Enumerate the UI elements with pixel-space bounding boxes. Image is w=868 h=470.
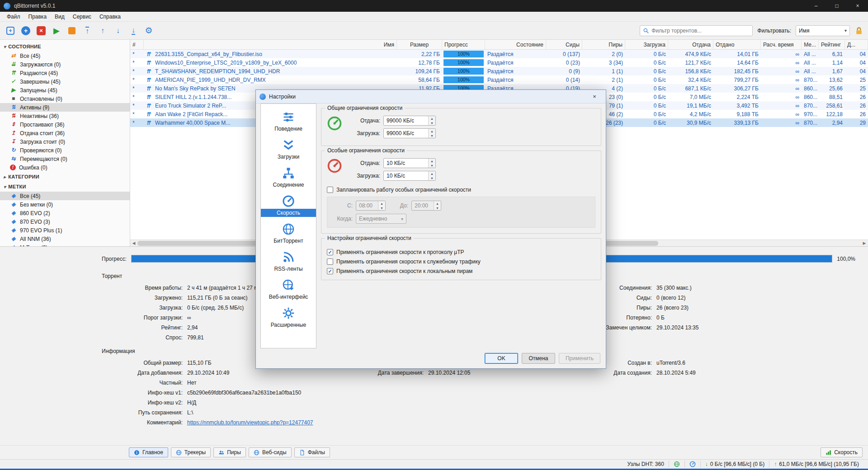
- details-tab[interactable]: Файлы: [294, 447, 330, 457]
- table-row[interactable]: * T_SHAWSHANK_REDEMPTION_1994_UHD_HDR 10…: [130, 67, 868, 75]
- column-header[interactable]: Загрузка: [625, 40, 668, 49]
- column-header[interactable]: #: [130, 40, 144, 49]
- tag-filter-item[interactable]: ◈ 870 EVO (3): [0, 217, 130, 226]
- status-filter-item[interactable]: ⇅ Активны (9): [0, 103, 130, 112]
- rate-option-checkbox[interactable]: [327, 249, 333, 255]
- resume-button[interactable]: ▶: [51, 25, 62, 37]
- status-filter-item[interactable]: ⇊ Загружаются (0): [0, 60, 130, 69]
- details-tab[interactable]: Веб-сиды: [249, 447, 292, 457]
- tag-filter-item[interactable]: ◈ Все (45): [0, 192, 130, 200]
- queue-down-button[interactable]: ↓: [112, 25, 124, 37]
- options-button[interactable]: ⚙: [143, 25, 155, 37]
- apply-button[interactable]: Применить: [559, 353, 600, 364]
- table-row[interactable]: * 22631.3155_Compact_x64_by_Flibustier.i…: [130, 50, 868, 58]
- minimize-button[interactable]: –: [806, 0, 826, 12]
- spinner-arrows-icon[interactable]: ▲▼: [428, 171, 435, 180]
- status-filter-item[interactable]: ⇄ Все (45): [0, 52, 130, 60]
- schedule-checkbox[interactable]: [327, 187, 333, 193]
- status-filter-item[interactable]: ⇅ Неактивны (36): [0, 112, 130, 120]
- column-header[interactable]: Расч. время: [761, 40, 802, 49]
- column-header[interactable]: Отдача: [668, 40, 713, 49]
- search-input[interactable]: [651, 28, 750, 34]
- menu-item[interactable]: Сервис: [69, 12, 95, 21]
- rate-option-checkbox[interactable]: [327, 258, 333, 265]
- status-filter-item[interactable]: ↥ Отдача стоит (36): [0, 129, 130, 137]
- lock-icon[interactable]: [854, 26, 863, 35]
- sidebar-section-categories[interactable]: КАТЕГОРИИ: [0, 172, 130, 182]
- column-header[interactable]: Прогресс: [442, 40, 485, 49]
- alt-speed-toggle[interactable]: [684, 461, 700, 468]
- tag-filter-item[interactable]: ◈ M-Team (9): [0, 243, 130, 246]
- column-header[interactable]: Отдано: [713, 40, 761, 49]
- ok-button[interactable]: OK: [485, 353, 518, 364]
- details-tab[interactable]: Трекеры: [171, 447, 211, 457]
- rate-option-row[interactable]: Применять ограничения скорости к служебн…: [327, 258, 595, 265]
- schedule-when-dropdown[interactable]: Ежедневно: [356, 214, 406, 224]
- sidebar-section-tags[interactable]: МЕТКИ: [0, 182, 130, 192]
- status-filter-item[interactable]: ⇆ Перемещаются (0): [0, 155, 130, 163]
- status-filter-item[interactable]: ✓ Завершены (45): [0, 77, 130, 86]
- details-tab[interactable]: Главное: [129, 447, 168, 457]
- cancel-button[interactable]: Отмена: [522, 353, 555, 364]
- status-filter-item[interactable]: ⇕ Простаивают (36): [0, 120, 130, 129]
- schedule-checkbox-row[interactable]: Запланировать работу особых ограничений …: [327, 187, 595, 193]
- status-filter-item[interactable]: ▶ Запущены (45): [0, 86, 130, 94]
- status-filter-item[interactable]: ↻ Проверяются (0): [0, 146, 130, 155]
- tag-filter-item[interactable]: ◈ 970 EVO Plus (1): [0, 226, 130, 235]
- details-tab[interactable]: Пиры: [213, 447, 246, 457]
- torrent-filter-search[interactable]: [640, 25, 753, 36]
- column-header[interactable]: Сиды: [546, 40, 582, 49]
- scroll-left-icon[interactable]: ◀: [130, 241, 137, 245]
- global-upload-limit-spinbox[interactable]: 99000 КБ/с▲▼: [383, 116, 436, 126]
- column-header[interactable]: Д...: [845, 40, 868, 49]
- queue-bottom-button[interactable]: ↓: [127, 25, 139, 37]
- settings-nav-item[interactable]: RSS-ленты: [261, 249, 316, 276]
- status-filter-item[interactable]: ↧ Загрузка стоит (0): [0, 137, 130, 146]
- sidebar-section-status[interactable]: СОСТОЯНИЕ: [0, 42, 130, 52]
- stop-button[interactable]: [66, 25, 78, 37]
- settings-nav-item[interactable]: Поведение: [261, 108, 316, 136]
- upload-speed-status[interactable]: ↑61,0 МБ/с [96,6 МБ/с] (10,95 ГБ): [769, 461, 863, 468]
- status-filter-item[interactable]: ■ Остановлены (0): [0, 94, 130, 103]
- column-header[interactable]: Рейтинг: [819, 40, 845, 49]
- dialog-close-button[interactable]: ×: [587, 93, 602, 100]
- schedule-to-spinbox[interactable]: 20:00▲▼: [411, 201, 441, 211]
- download-speed-status[interactable]: ↓0 Б/с [96,6 МБ/с] (0 Б): [700, 461, 769, 468]
- menu-item[interactable]: Справка: [95, 12, 125, 21]
- tag-filter-item[interactable]: ◈ 860 EVO (2): [0, 209, 130, 217]
- column-header[interactable]: Размер: [397, 40, 442, 49]
- queue-up-button[interactable]: ↑: [97, 25, 108, 37]
- filter-by-dropdown[interactable]: Имя: [796, 25, 850, 36]
- settings-nav-item[interactable]: Соединение: [261, 164, 316, 192]
- alt-download-limit-spinbox[interactable]: 10 КБ/с▲▼: [383, 171, 436, 181]
- menu-item[interactable]: Файл: [3, 12, 24, 21]
- global-download-limit-spinbox[interactable]: 99000 КБ/с▲▼: [383, 128, 436, 138]
- connection-status[interactable]: [669, 461, 684, 468]
- settings-nav-item[interactable]: Веб-интерфейс: [261, 277, 316, 304]
- settings-nav-item[interactable]: Скорость: [261, 193, 316, 220]
- settings-nav-item[interactable]: Загрузки: [261, 136, 316, 164]
- rate-option-row[interactable]: Применять ограничения скорости к протоко…: [327, 249, 595, 255]
- settings-nav-item[interactable]: Расширенные: [261, 305, 316, 332]
- delete-torrent-button[interactable]: ×: [35, 25, 47, 37]
- table-row[interactable]: * AMERICAN_PIE_1999_UHD_HDR_DV_RMX 58,64…: [130, 75, 868, 84]
- spinner-arrows-icon[interactable]: ▲▼: [428, 159, 435, 168]
- close-button[interactable]: ×: [847, 0, 868, 12]
- rate-option-row[interactable]: Применять ограничения скорости к локальн…: [327, 268, 595, 274]
- menu-item[interactable]: Правка: [24, 12, 51, 21]
- rate-option-checkbox[interactable]: [327, 268, 333, 274]
- speed-graph-button[interactable]: Скорость: [821, 447, 863, 457]
- tag-filter-item[interactable]: ◈ Без метки (0): [0, 200, 130, 209]
- schedule-from-spinbox[interactable]: 08:00▲▼: [356, 201, 386, 211]
- alt-upload-limit-spinbox[interactable]: 10 КБ/с▲▼: [383, 158, 436, 168]
- column-header[interactable]: Состояние: [485, 40, 546, 49]
- status-filter-item[interactable]: ⇈ Раздаются (45): [0, 69, 130, 77]
- settings-nav-item[interactable]: БитТоррент: [261, 221, 316, 248]
- menu-item[interactable]: Вид: [51, 12, 69, 21]
- maximize-button[interactable]: □: [826, 0, 847, 12]
- add-torrent-link-button[interactable]: +: [5, 25, 16, 37]
- tag-filter-item[interactable]: ◈ All NNM (36): [0, 235, 130, 243]
- spinner-arrows-icon[interactable]: ▲▼: [428, 129, 435, 138]
- add-torrent-file-button[interactable]: +: [20, 25, 32, 37]
- scroll-right-icon[interactable]: ▶: [861, 241, 868, 245]
